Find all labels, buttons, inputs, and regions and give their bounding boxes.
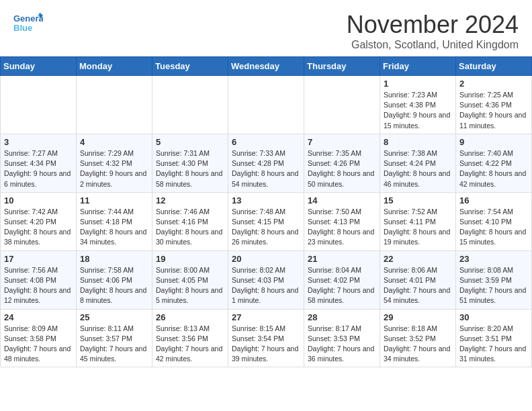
day-info: Sunrise: 7:44 AM Sunset: 4:18 PM Dayligh… — [80, 207, 148, 248]
calendar-cell: 24Sunrise: 8:09 AM Sunset: 3:58 PM Dayli… — [1, 309, 77, 367]
day-info: Sunrise: 7:50 AM Sunset: 4:13 PM Dayligh… — [308, 207, 376, 248]
day-number: 7 — [308, 137, 376, 147]
calendar-cell: 8Sunrise: 7:38 AM Sunset: 4:24 PM Daylig… — [380, 134, 456, 192]
calendar-cell: 22Sunrise: 8:06 AM Sunset: 4:01 PM Dayli… — [380, 250, 456, 309]
day-info: Sunrise: 7:46 AM Sunset: 4:16 PM Dayligh… — [156, 207, 224, 248]
calendar-cell — [1, 76, 77, 134]
calendar-cell: 7Sunrise: 7:35 AM Sunset: 4:26 PM Daylig… — [304, 134, 380, 192]
day-info: Sunrise: 8:06 AM Sunset: 4:01 PM Dayligh… — [384, 265, 452, 306]
day-info: Sunrise: 8:20 AM Sunset: 3:51 PM Dayligh… — [459, 324, 528, 365]
calendar-cell: 4Sunrise: 7:29 AM Sunset: 4:32 PM Daylig… — [77, 134, 152, 192]
day-number: 21 — [308, 254, 376, 264]
calendar-cell: 23Sunrise: 8:08 AM Sunset: 3:59 PM Dayli… — [456, 250, 532, 309]
dow-header: Friday — [380, 57, 456, 76]
calendar-cell — [304, 76, 380, 134]
day-info: Sunrise: 7:33 AM Sunset: 4:28 PM Dayligh… — [232, 148, 300, 189]
calendar-cell: 11Sunrise: 7:44 AM Sunset: 4:18 PM Dayli… — [77, 192, 152, 250]
day-number: 14 — [308, 195, 376, 205]
calendar-cell — [77, 76, 152, 134]
day-info: Sunrise: 8:09 AM Sunset: 3:58 PM Dayligh… — [4, 324, 73, 365]
day-number: 24 — [4, 312, 73, 322]
calendar-cell: 17Sunrise: 7:56 AM Sunset: 4:08 PM Dayli… — [1, 250, 77, 309]
day-number: 1 — [384, 79, 452, 89]
day-info: Sunrise: 7:29 AM Sunset: 4:32 PM Dayligh… — [80, 148, 148, 189]
page-header: General Blue November 2024 Galston, Scot… — [0, 0, 532, 56]
calendar-cell: 13Sunrise: 7:48 AM Sunset: 4:15 PM Dayli… — [228, 192, 304, 250]
day-number: 6 — [232, 137, 300, 147]
day-info: Sunrise: 8:04 AM Sunset: 4:02 PM Dayligh… — [308, 265, 376, 306]
dow-header: Monday — [77, 57, 152, 76]
calendar-cell: 15Sunrise: 7:52 AM Sunset: 4:11 PM Dayli… — [380, 192, 456, 250]
calendar-cell: 26Sunrise: 8:13 AM Sunset: 3:56 PM Dayli… — [152, 309, 228, 367]
day-number: 5 — [156, 137, 224, 147]
day-number: 3 — [4, 137, 73, 147]
calendar-cell — [152, 76, 228, 134]
calendar-cell: 18Sunrise: 7:58 AM Sunset: 4:06 PM Dayli… — [77, 250, 152, 309]
day-number: 20 — [232, 254, 300, 264]
day-number: 11 — [80, 195, 148, 205]
calendar-cell: 2Sunrise: 7:25 AM Sunset: 4:36 PM Daylig… — [456, 76, 532, 134]
day-number: 25 — [80, 312, 148, 322]
day-info: Sunrise: 7:54 AM Sunset: 4:10 PM Dayligh… — [459, 207, 528, 248]
dow-header: Sunday — [1, 57, 77, 76]
calendar-cell: 25Sunrise: 8:11 AM Sunset: 3:57 PM Dayli… — [77, 309, 152, 367]
calendar-table: SundayMondayTuesdayWednesdayThursdayFrid… — [0, 56, 532, 367]
day-info: Sunrise: 8:13 AM Sunset: 3:56 PM Dayligh… — [156, 324, 224, 365]
day-number: 18 — [80, 254, 148, 264]
day-info: Sunrise: 7:25 AM Sunset: 4:36 PM Dayligh… — [459, 90, 528, 131]
day-number: 29 — [384, 312, 452, 322]
day-number: 10 — [4, 195, 73, 205]
day-number: 22 — [384, 254, 452, 264]
calendar-cell: 27Sunrise: 8:15 AM Sunset: 3:54 PM Dayli… — [228, 309, 304, 367]
calendar-cell: 6Sunrise: 7:33 AM Sunset: 4:28 PM Daylig… — [228, 134, 304, 192]
day-number: 23 — [459, 254, 528, 264]
calendar-cell: 30Sunrise: 8:20 AM Sunset: 3:51 PM Dayli… — [456, 309, 532, 367]
calendar-cell: 3Sunrise: 7:27 AM Sunset: 4:34 PM Daylig… — [1, 134, 77, 192]
day-number: 2 — [459, 79, 528, 89]
day-info: Sunrise: 8:02 AM Sunset: 4:03 PM Dayligh… — [232, 265, 300, 306]
day-number: 17 — [4, 254, 73, 264]
calendar-cell: 19Sunrise: 8:00 AM Sunset: 4:05 PM Dayli… — [152, 250, 228, 309]
calendar-cell: 5Sunrise: 7:31 AM Sunset: 4:30 PM Daylig… — [152, 134, 228, 192]
day-info: Sunrise: 8:18 AM Sunset: 3:52 PM Dayligh… — [384, 324, 452, 365]
day-number: 16 — [459, 195, 528, 205]
day-info: Sunrise: 7:35 AM Sunset: 4:26 PM Dayligh… — [308, 148, 376, 189]
dow-header: Tuesday — [152, 57, 228, 76]
day-info: Sunrise: 7:23 AM Sunset: 4:38 PM Dayligh… — [384, 90, 452, 131]
calendar-cell: 16Sunrise: 7:54 AM Sunset: 4:10 PM Dayli… — [456, 192, 532, 250]
title-section: November 2024 Galston, Scotland, United … — [347, 11, 519, 51]
dow-header: Thursday — [304, 57, 380, 76]
day-number: 8 — [384, 137, 452, 147]
logo-icon: General Blue — [13, 11, 43, 35]
day-number: 9 — [459, 137, 528, 147]
calendar-cell: 21Sunrise: 8:04 AM Sunset: 4:02 PM Dayli… — [304, 250, 380, 309]
day-info: Sunrise: 7:38 AM Sunset: 4:24 PM Dayligh… — [384, 148, 452, 189]
day-number: 27 — [232, 312, 300, 322]
day-info: Sunrise: 8:08 AM Sunset: 3:59 PM Dayligh… — [459, 265, 528, 306]
dow-header: Saturday — [456, 57, 532, 76]
day-info: Sunrise: 7:58 AM Sunset: 4:06 PM Dayligh… — [80, 265, 148, 306]
location: Galston, Scotland, United Kingdom — [347, 39, 519, 51]
day-info: Sunrise: 7:31 AM Sunset: 4:30 PM Dayligh… — [156, 148, 224, 189]
calendar-cell: 14Sunrise: 7:50 AM Sunset: 4:13 PM Dayli… — [304, 192, 380, 250]
day-number: 19 — [156, 254, 224, 264]
calendar-cell: 10Sunrise: 7:42 AM Sunset: 4:20 PM Dayli… — [1, 192, 77, 250]
day-info: Sunrise: 8:00 AM Sunset: 4:05 PM Dayligh… — [156, 265, 224, 306]
calendar-cell: 28Sunrise: 8:17 AM Sunset: 3:53 PM Dayli… — [304, 309, 380, 367]
dow-header: Wednesday — [228, 57, 304, 76]
day-number: 12 — [156, 195, 224, 205]
day-info: Sunrise: 8:15 AM Sunset: 3:54 PM Dayligh… — [232, 324, 300, 365]
day-info: Sunrise: 7:56 AM Sunset: 4:08 PM Dayligh… — [4, 265, 73, 306]
day-number: 4 — [80, 137, 148, 147]
svg-text:Blue: Blue — [13, 23, 32, 33]
day-info: Sunrise: 7:40 AM Sunset: 4:22 PM Dayligh… — [459, 148, 528, 189]
calendar-cell: 12Sunrise: 7:46 AM Sunset: 4:16 PM Dayli… — [152, 192, 228, 250]
day-info: Sunrise: 7:42 AM Sunset: 4:20 PM Dayligh… — [4, 207, 73, 248]
day-info: Sunrise: 7:27 AM Sunset: 4:34 PM Dayligh… — [4, 148, 73, 189]
day-info: Sunrise: 7:48 AM Sunset: 4:15 PM Dayligh… — [232, 207, 300, 248]
month-title: November 2024 — [347, 11, 519, 39]
day-number: 13 — [232, 195, 300, 205]
day-info: Sunrise: 8:11 AM Sunset: 3:57 PM Dayligh… — [80, 324, 148, 365]
day-number: 26 — [156, 312, 224, 322]
day-info: Sunrise: 7:52 AM Sunset: 4:11 PM Dayligh… — [384, 207, 452, 248]
